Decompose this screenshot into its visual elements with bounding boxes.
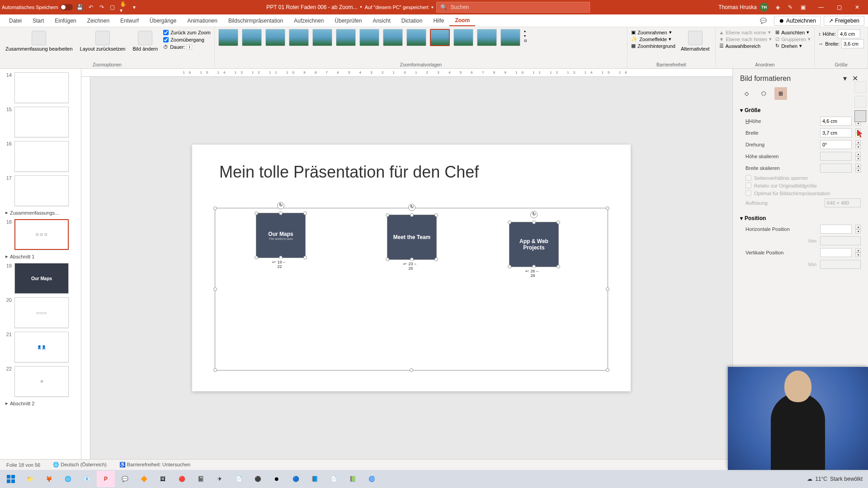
tab-animationen[interactable]: Animationen [182,16,223,26]
zoomhintergrund-button[interactable]: ▦Zoomhintergrund [631,42,675,49]
zusammenfassung-button[interactable]: Zusammenfassung bearbeiten [4,29,75,54]
layout-reset-button[interactable]: Layout zurücksetzen [78,29,127,54]
rail-icon[interactable] [854,96,866,108]
minimize-button[interactable]: — [812,1,830,14]
size-props-icon[interactable]: ⊞ [774,87,787,100]
rotate-handle[interactable] [408,204,415,211]
hoehe-field[interactable]: HHöhe▴▾ [740,115,861,127]
present-icon[interactable]: ▢ [109,4,116,11]
comments-icon[interactable]: 💬 [755,16,771,25]
powerpoint-icon[interactable]: P [97,471,115,487]
tab-datei[interactable]: Datei [4,16,27,26]
slide-thumb[interactable]: 21👤👤 [0,330,81,364]
slide-thumb[interactable]: 22⚙ [0,364,81,399]
window-icon[interactable]: ▣ [799,4,807,11]
gallery-item[interactable] [242,29,262,46]
ausrichten-button[interactable]: ⊞Ausrichten▾ [775,29,811,36]
tab-zeichnen[interactable]: Zeichnen [82,16,115,26]
edge-icon[interactable]: 🌀 [363,471,381,487]
zoom-item[interactable]: Meet the Team ↩23 – 25 [387,215,437,273]
app-icon[interactable]: 💬 [116,471,134,487]
size-section-head[interactable]: ▾Größe [740,105,861,115]
drehen-button[interactable]: ↻Drehen▾ [775,42,811,49]
auswahlbereich-button[interactable]: ☰Auswahlbereich [719,42,772,49]
slide-thumb[interactable]: 18⊡ ⊡ ⊡ [0,217,81,252]
tab-ansicht[interactable]: Ansicht [367,16,396,26]
bild-aendern-button[interactable]: Bild ändern [131,29,160,54]
hskal-field[interactable]: Höhe skalieren▴▾ [740,150,861,162]
search-input[interactable] [451,4,586,10]
slide-thumb[interactable]: 15 [0,105,81,139]
gallery-item[interactable] [336,29,356,46]
gallery-item[interactable] [383,29,403,46]
pen-icon[interactable]: ✎ [787,4,794,11]
slide-thumb[interactable]: 20▭▭▭ [0,296,81,330]
save-status[interactable]: Auf "diesem PC" gespeichert [365,5,429,10]
language[interactable]: 🌐 Deutsch (Österreich) [50,461,109,469]
undo-icon[interactable]: ↶ [87,4,94,11]
selection-box[interactable]: Our MapsThe world is ours ↩19 – 22 Meet … [215,208,608,371]
gallery-item[interactable] [406,29,426,46]
firefox-icon[interactable]: 🦊 [40,471,58,487]
slide-thumb[interactable]: 16 [0,139,81,174]
tab-uebergaenge[interactable]: Übergänge [144,16,182,26]
tab-ueberpruefen[interactable]: Überprüfen [329,16,367,26]
section-header[interactable]: ▸Abschnitt 2 [0,399,81,408]
zurueck-zoom-check[interactable]: Zurück zum Zoom [163,29,211,36]
obs-icon[interactable]: ⚫ [249,471,267,487]
gruppieren-button[interactable]: ⊡Gruppieren▾ [775,36,811,42]
von2-field[interactable]: Von [740,258,861,270]
zoom-item[interactable]: App & Web Projects ↩26 – 28 [509,222,559,281]
qat-more-icon[interactable]: ▾ [131,4,138,11]
gallery-item[interactable] [218,29,238,46]
drehung-field[interactable]: Drehung▴▾ [740,139,861,150]
von1-field[interactable]: Von [740,235,861,247]
ebene-vorne-button[interactable]: ▲Ebene nach vorne▾ [719,29,772,36]
app-icon[interactable]: 📄 [325,471,343,487]
canvas[interactable]: Mein tolle Präsentation für den Chef Our… [90,77,732,459]
alternativtext-button[interactable]: Alternativtext [679,29,712,54]
outlook-icon[interactable]: 📧 [78,471,96,487]
gallery-item[interactable] [265,29,285,46]
file-name[interactable]: PPT 01 Roter Faden 006 - ab Zoom... [266,4,357,10]
freigeben-button[interactable]: ↗Freigeben [824,16,864,26]
vlc-icon[interactable]: 🔶 [135,471,153,487]
gallery-item[interactable] [359,29,379,46]
fill-line-icon[interactable]: ◇ [740,87,753,100]
chrome-icon[interactable]: 🌐 [59,471,77,487]
tab-einfuegen[interactable]: Einfügen [49,16,81,26]
zoomrahmen-button[interactable]: ▣Zoomrahmen▾ [631,29,675,36]
slide-thumb[interactable]: 17 [0,174,81,208]
ebene-hinten-button[interactable]: ▼Ebene nach hinten▾ [719,36,772,42]
onenote-icon[interactable]: 📓 [192,471,210,487]
section-header[interactable]: ▸Zusammenfassungs... [0,208,81,217]
app-icon[interactable]: 📘 [306,471,324,487]
gallery-more[interactable]: ▴▾⊟ [524,29,527,43]
tab-aufzeichnen[interactable]: Aufzeichnen [288,16,329,26]
slide-count[interactable]: Folie 18 von 56 [4,461,43,469]
tab-dictation[interactable]: Dictation [396,16,428,26]
zoom-item[interactable]: Our MapsThe world is ours ↩19 – 22 [256,213,306,272]
zoomeffekte-button[interactable]: ✨Zoomeffekte▾ [631,36,675,42]
explorer-icon[interactable]: 📁 [21,471,39,487]
rail-icon[interactable] [854,81,866,93]
app-icon[interactable]: 📄 [230,471,248,487]
section-header[interactable]: ▸Abschnitt 1 [0,252,81,261]
close-button[interactable]: ✕ [848,1,866,14]
hoehe-field[interactable]: ↕Höhe: [818,29,864,39]
app-icon[interactable]: ⏺ [268,471,286,487]
hpos-field[interactable]: Horizontale Position▴▾ [740,223,861,235]
thumbnail-panel[interactable]: 14 15 16 17 ▸Zusammenfassungs... 18⊡ ⊡ ⊡… [0,69,81,459]
maximize-button[interactable]: ▢ [830,1,848,14]
effects-icon[interactable]: ⬠ [757,87,770,100]
excel-icon[interactable]: 📗 [344,471,362,487]
app-icon[interactable]: 🔵 [287,471,305,487]
slide-thumb[interactable]: 14 [0,70,81,105]
rotate-handle[interactable] [277,202,284,209]
position-section-head[interactable]: ▾Position [740,213,861,223]
search-box[interactable]: 🔍 [436,2,590,13]
tab-entwurf[interactable]: Entwurf [115,16,144,26]
app-icon[interactable]: 🔴 [173,471,191,487]
pane-dropdown-icon[interactable]: ▾ [840,74,849,83]
vpos-field[interactable]: Vertikale Position▴▾ [740,247,861,258]
